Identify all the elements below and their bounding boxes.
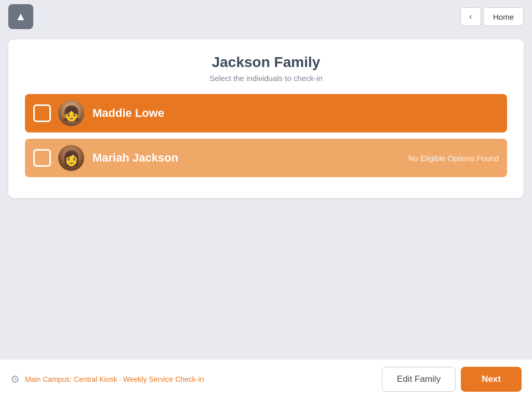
gear-icon: ⚙ — [10, 373, 20, 385]
no-eligible-label: No Eligible Options Found — [408, 154, 499, 163]
person-row-mariah[interactable]: Mariah Jackson No Eligible Options Found — [25, 139, 507, 177]
nav-right: ‹ Home — [460, 7, 524, 26]
family-title: Jackson Family — [25, 54, 507, 71]
chevron-left-icon: ‹ — [469, 12, 472, 21]
person-name-maddie: Maddie Lowe — [92, 107, 499, 120]
top-navigation: ▲ ‹ Home — [0, 0, 532, 33]
family-card: Jackson Family Select the individuals to… — [8, 39, 524, 198]
person-name-mariah: Mariah Jackson — [92, 151, 408, 165]
home-button[interactable]: Home — [483, 7, 524, 26]
checkbox-mariah[interactable] — [33, 149, 51, 167]
checkbox-maddie[interactable] — [33, 104, 51, 122]
avatar-maddie — [58, 100, 84, 126]
logo-icon: ▲ — [15, 10, 26, 23]
bottom-left: ⚙ Main Campus: Central Kiosk · Weekly Se… — [10, 373, 204, 385]
next-button[interactable]: Next — [461, 367, 522, 392]
campus-info: Main Campus: Central Kiosk · Weekly Serv… — [25, 375, 204, 383]
logo: ▲ — [8, 4, 33, 29]
bottom-bar: ⚙ Main Campus: Central Kiosk · Weekly Se… — [0, 359, 532, 399]
person-row-maddie[interactable]: Maddie Lowe — [25, 94, 507, 132]
back-button[interactable]: ‹ — [460, 7, 481, 26]
avatar-mariah — [58, 145, 84, 171]
bottom-right: Edit Family Next — [382, 367, 522, 392]
main-content: Jackson Family Select the individuals to… — [0, 33, 532, 359]
edit-family-button[interactable]: Edit Family — [382, 367, 456, 392]
family-subtitle: Select the individuals to check-in — [25, 74, 507, 83]
